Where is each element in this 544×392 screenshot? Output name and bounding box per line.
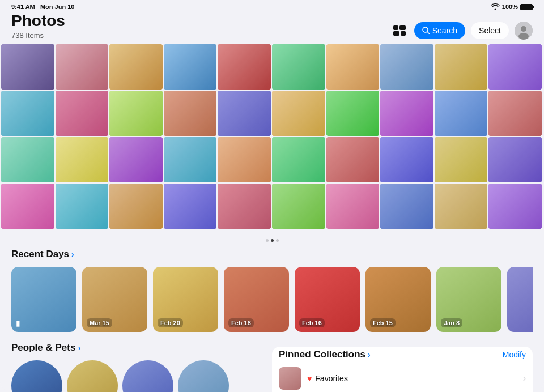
photo-cell[interactable]: [380, 184, 434, 229]
recent-days-header[interactable]: Recent Days ›: [11, 249, 533, 260]
date-label: Feb 15: [370, 318, 396, 327]
day-card[interactable]: Feb 18: [224, 267, 289, 332]
avatar[interactable]: [515, 22, 533, 40]
bookmark-icon: ▮: [16, 318, 20, 327]
photo-cell[interactable]: [326, 184, 380, 229]
photo-cell[interactable]: [56, 44, 109, 90]
photo-cell[interactable]: [488, 91, 542, 136]
people-card[interactable]: [122, 360, 173, 392]
photo-cell[interactable]: [435, 137, 488, 182]
day-card[interactable]: Mar 15: [82, 267, 147, 332]
photo-cell[interactable]: [164, 44, 217, 90]
photo-cell[interactable]: [218, 91, 271, 136]
svg-rect-3: [401, 31, 406, 36]
photo-grid: [0, 44, 544, 229]
photo-cell[interactable]: [1, 91, 54, 136]
date-label: Jan 8: [441, 318, 462, 327]
photo-cell[interactable]: [218, 44, 271, 90]
date-label: Feb 18: [228, 318, 254, 327]
select-button[interactable]: Select: [471, 22, 509, 39]
photo-cell[interactable]: [488, 137, 542, 182]
header-actions: Search Select: [390, 22, 533, 40]
photo-cell[interactable]: [56, 184, 109, 229]
photo-cell[interactable]: [435, 184, 488, 229]
photo-grid-container[interactable]: [0, 44, 544, 237]
photo-cell[interactable]: [326, 91, 380, 136]
dot-2: [271, 239, 274, 242]
grid-toggle-icon: [393, 25, 406, 36]
photo-cell[interactable]: [326, 137, 380, 182]
photo-cell[interactable]: [380, 137, 434, 182]
wifi-icon: [491, 3, 500, 10]
battery-icon: [520, 4, 533, 10]
svg-rect-0: [393, 25, 398, 30]
photo-cell[interactable]: [272, 44, 325, 90]
modify-button[interactable]: Modify: [503, 350, 526, 359]
photo-cell[interactable]: [109, 137, 163, 182]
photo-cell[interactable]: [218, 137, 271, 182]
photo-cell[interactable]: [272, 184, 325, 229]
photo-cell[interactable]: [435, 44, 488, 90]
two-col-row: People & Pets › Pinned Collections › Mod…: [0, 338, 544, 392]
avatar-icon: [515, 22, 533, 40]
day-card[interactable]: [507, 267, 533, 332]
day-card[interactable]: Jan 8: [436, 267, 502, 332]
svg-rect-1: [400, 25, 406, 30]
photo-cell[interactable]: [435, 91, 488, 136]
photo-cell[interactable]: [56, 137, 109, 182]
pinned-collection-item[interactable]: ♥Favorites›: [272, 363, 533, 392]
day-card[interactable]: Feb 16: [295, 267, 360, 332]
people-grid: [11, 360, 272, 392]
photo-cell[interactable]: [1, 184, 54, 229]
photo-cell[interactable]: [56, 91, 109, 136]
recent-days-title: Recent Days: [11, 249, 69, 260]
date-label: Mar 15: [87, 318, 112, 327]
item-count: 738 Items: [11, 31, 65, 40]
photo-cell[interactable]: [1, 44, 54, 90]
photo-cell[interactable]: [326, 44, 380, 90]
status-indicators: 100%: [491, 3, 533, 10]
chevron-right-icon: ›: [523, 373, 526, 384]
photo-cell[interactable]: [272, 91, 325, 136]
photo-cell[interactable]: [164, 91, 217, 136]
photo-cell[interactable]: [488, 44, 542, 90]
pinned-item-label: ♥Favorites: [307, 374, 517, 383]
photo-cell[interactable]: [380, 91, 434, 136]
header-title-area: Photos 738 Items: [11, 12, 65, 40]
day-card[interactable]: Feb 15: [366, 267, 431, 332]
photo-cell[interactable]: [109, 91, 163, 136]
status-bar: 9:41 AM Mon Jun 10 100%: [0, 0, 544, 12]
photo-cell[interactable]: [380, 44, 434, 90]
photo-cell[interactable]: [109, 184, 163, 229]
recent-days-section: Recent Days › ▮Mar 15Feb 20Feb 18Feb 16F…: [0, 242, 544, 338]
photo-cell[interactable]: [164, 137, 217, 182]
people-card[interactable]: [178, 360, 229, 392]
people-pets-header[interactable]: People & Pets ›: [11, 342, 272, 353]
svg-point-8: [518, 33, 529, 40]
grid-toggle-button[interactable]: [390, 22, 409, 40]
pinned-items-list: ♥Favorites›Recently Saved›: [272, 363, 533, 392]
photo-cell[interactable]: [218, 184, 271, 229]
heart-icon: ♥: [307, 374, 312, 383]
search-icon: [422, 27, 430, 34]
recent-days-scroll: ▮Mar 15Feb 20Feb 18Feb 16Feb 15Jan 8: [11, 267, 533, 332]
photo-cell[interactable]: [272, 137, 325, 182]
people-card[interactable]: [11, 360, 62, 392]
photo-cell[interactable]: [1, 137, 54, 182]
pinned-collections-section: Pinned Collections › Modify ♥Favorites›R…: [272, 342, 533, 392]
people-pets-title: People & Pets ›: [11, 342, 80, 353]
people-card[interactable]: [67, 360, 118, 392]
status-date: Mon Jun 10: [40, 3, 75, 10]
search-button[interactable]: Search: [414, 22, 465, 39]
dot-indicator: [0, 237, 544, 242]
svg-point-7: [521, 26, 526, 32]
pinned-item-thumbnail: [279, 367, 301, 390]
photo-cell[interactable]: [164, 184, 217, 229]
day-card[interactable]: ▮: [11, 267, 76, 332]
pinned-collections-card: Pinned Collections › Modify ♥Favorites›R…: [272, 347, 533, 392]
pinned-collections-title: Pinned Collections ›: [279, 349, 371, 360]
day-card[interactable]: Feb 20: [153, 267, 218, 332]
photo-cell[interactable]: [488, 184, 542, 229]
date-label: Feb 20: [158, 318, 183, 327]
photo-cell[interactable]: [109, 44, 163, 90]
